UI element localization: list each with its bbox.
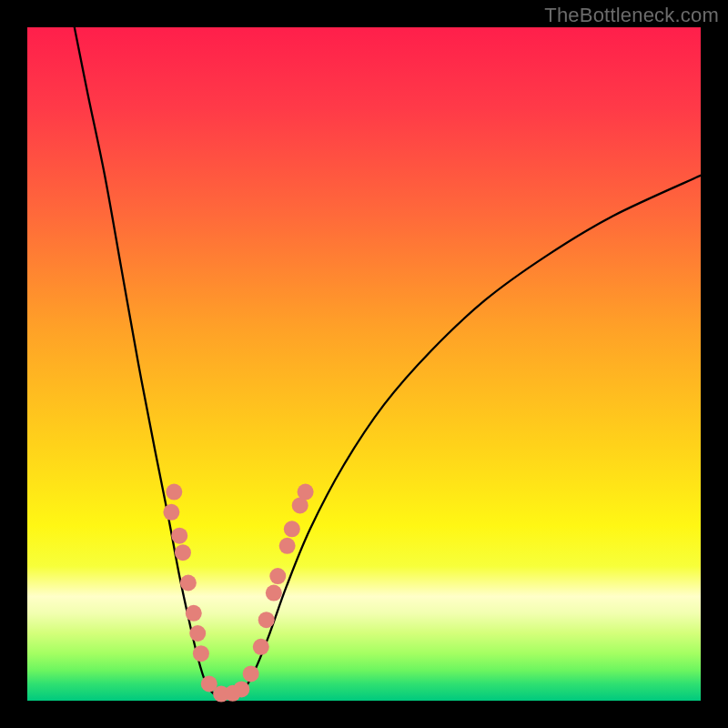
- scatter-points: [163, 484, 313, 703]
- scatter-point: [269, 568, 286, 584]
- scatter-point: [258, 612, 275, 628]
- scatter-point: [171, 528, 187, 544]
- plot-area: [27, 27, 701, 701]
- scatter-point: [253, 639, 269, 655]
- scatter-point: [189, 625, 206, 642]
- scatter-point: [279, 538, 296, 554]
- scatter-point: [186, 605, 202, 622]
- scatter-point: [166, 484, 182, 500]
- scatter-point: [298, 484, 314, 500]
- scatter-point: [266, 585, 282, 602]
- scatter-point: [193, 645, 209, 662]
- watermark-text: TheBottleneck.com: [544, 4, 719, 27]
- scatter-point: [175, 544, 191, 561]
- scatter-point: [163, 504, 179, 521]
- curve-layer: [27, 27, 701, 701]
- scatter-point: [233, 681, 249, 697]
- bottleneck-curve: [75, 27, 701, 697]
- scatter-point: [180, 575, 197, 592]
- scatter-point: [284, 521, 300, 537]
- chart-frame: TheBottleneck.com: [0, 0, 728, 728]
- scatter-point: [243, 665, 259, 682]
